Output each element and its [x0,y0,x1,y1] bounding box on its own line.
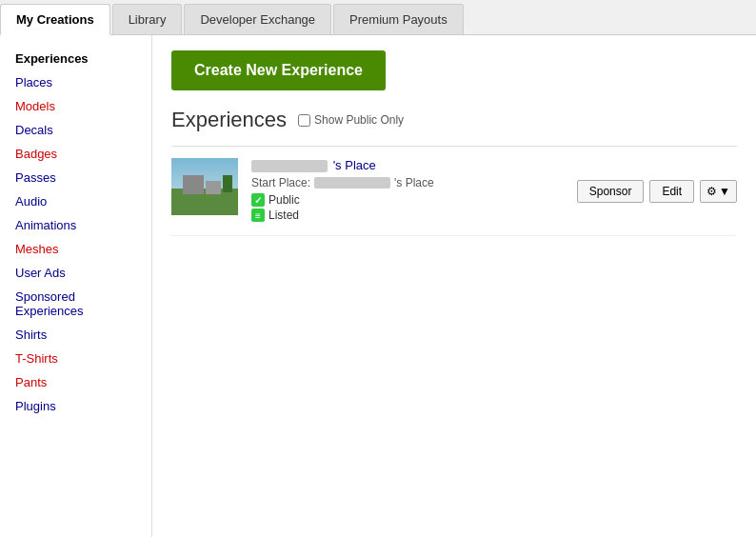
sidebar-item-pants[interactable]: Pants [0,370,151,394]
listed-icon: ≡ [251,209,265,222]
start-place-blurred [314,177,390,189]
public-icon: ✓ [251,193,265,207]
chevron-down-icon: ▼ [719,185,730,198]
sidebar-item-places[interactable]: Places [0,70,151,94]
content-area: Experiences Places Models Decals Badges … [0,35,756,537]
sidebar-item-user-ads[interactable]: User Ads [0,261,151,285]
gear-icon: ⚙ [706,185,717,198]
tab-developer-exchange[interactable]: Developer Exchange [184,4,331,34]
tab-bar: My Creations Library Developer Exchange … [0,0,756,35]
public-label: Public [269,193,300,207]
sidebar-item-audio[interactable]: Audio [0,189,151,213]
experience-thumbnail [171,158,238,215]
tab-premium-payouts[interactable]: Premium Payouts [333,4,464,34]
show-public-text: Show Public Only [314,113,404,127]
experience-title[interactable]: 's Place [251,158,566,172]
show-public-label[interactable]: Show Public Only [298,113,404,127]
sidebar-item-experiences[interactable]: Experiences [0,47,151,70]
experience-list: 's Place Start Place: 's Place ✓ Public … [171,146,737,236]
start-place: Start Place: 's Place [251,176,566,189]
experience-info: 's Place Start Place: 's Place ✓ Public … [251,158,566,224]
listed-label: Listed [269,209,299,222]
experiences-header: Experiences Show Public Only [171,108,737,132]
sidebar-item-plugins[interactable]: Plugins [0,394,151,418]
start-place-label: Start Place: [251,176,310,189]
gear-button[interactable]: ⚙ ▼ [700,180,737,203]
sidebar-item-meshes[interactable]: Meshes [0,237,151,261]
main-content: Create New Experience Experiences Show P… [152,35,756,537]
tab-library[interactable]: Library [112,4,183,34]
sidebar-item-sponsored-experiences[interactable]: Sponsored Experiences [0,285,151,323]
tab-my-creations[interactable]: My Creations [0,4,110,35]
sidebar-item-shirts[interactable]: Shirts [0,323,151,347]
title-suffix: 's Place [333,158,376,172]
sidebar-item-models[interactable]: Models [0,94,151,118]
experience-item: 's Place Start Place: 's Place ✓ Public … [171,147,737,236]
experience-actions: Sponsor Edit ⚙ ▼ [577,180,737,203]
sidebar: Experiences Places Models Decals Badges … [0,35,152,537]
tag-public: ✓ Public [251,193,566,207]
sidebar-item-passes[interactable]: Passes [0,166,151,189]
sidebar-item-decals[interactable]: Decals [0,118,151,142]
section-title: Experiences [171,108,287,132]
title-blurred [251,160,328,172]
sidebar-item-badges[interactable]: Badges [0,142,151,166]
sidebar-item-t-shirts[interactable]: T-Shirts [0,347,151,370]
edit-button[interactable]: Edit [649,180,694,203]
sponsor-button[interactable]: Sponsor [577,180,645,203]
tag-listed: ≡ Listed [251,209,566,222]
show-public-checkbox[interactable] [298,114,310,127]
create-experience-button[interactable]: Create New Experience [171,50,386,90]
start-place-suffix: 's Place [394,176,434,189]
sidebar-item-animations[interactable]: Animations [0,213,151,237]
